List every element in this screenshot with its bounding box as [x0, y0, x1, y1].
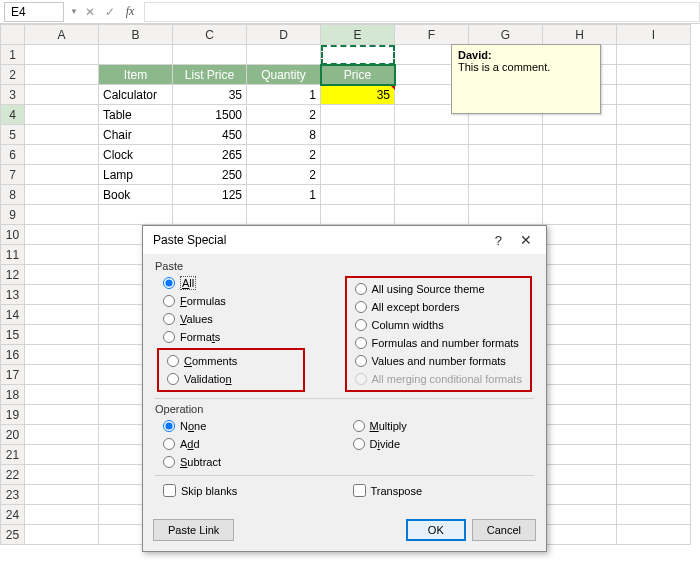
radio-values-number[interactable]: Values and number formats: [347, 352, 531, 370]
cell-I3[interactable]: [617, 85, 691, 105]
cell-E8[interactable]: [321, 185, 395, 205]
cell-B3[interactable]: Calculator: [99, 85, 173, 105]
cell-I20[interactable]: [617, 425, 691, 445]
cell-E3[interactable]: 35: [321, 85, 395, 105]
cell-H22[interactable]: [543, 465, 617, 485]
cell-D2[interactable]: Quantity: [247, 65, 321, 85]
row-header-14[interactable]: 14: [1, 305, 25, 325]
cell-I6[interactable]: [617, 145, 691, 165]
cell-A22[interactable]: [25, 465, 99, 485]
row-header-5[interactable]: 5: [1, 125, 25, 145]
cell-D9[interactable]: [247, 205, 321, 225]
cell-A3[interactable]: [25, 85, 99, 105]
cell-H5[interactable]: [543, 125, 617, 145]
row-header-2[interactable]: 2: [1, 65, 25, 85]
check-skip-blanks[interactable]: Skip blanks: [155, 484, 345, 497]
radio-add[interactable]: Add: [155, 435, 345, 453]
cell-I22[interactable]: [617, 465, 691, 485]
col-header-C[interactable]: C: [173, 25, 247, 45]
ok-button[interactable]: OK: [406, 519, 466, 541]
cell-E4[interactable]: [321, 105, 395, 125]
cell-H25[interactable]: [543, 525, 617, 545]
cell-H14[interactable]: [543, 305, 617, 325]
radio-comments[interactable]: Comments: [159, 352, 303, 370]
cell-F8[interactable]: [395, 185, 469, 205]
row-header-17[interactable]: 17: [1, 365, 25, 385]
cell-I19[interactable]: [617, 405, 691, 425]
paste-link-button[interactable]: Paste Link: [153, 519, 234, 541]
cell-H10[interactable]: [543, 225, 617, 245]
radio-formulas-number[interactable]: Formulas and number formats: [347, 334, 531, 352]
cell-H8[interactable]: [543, 185, 617, 205]
cell-H21[interactable]: [543, 445, 617, 465]
row-header-1[interactable]: 1: [1, 45, 25, 65]
cell-B2[interactable]: Item: [99, 65, 173, 85]
help-icon[interactable]: ?: [495, 233, 502, 248]
cell-A24[interactable]: [25, 505, 99, 525]
row-header-22[interactable]: 22: [1, 465, 25, 485]
dialog-titlebar[interactable]: Paste Special ? ✕: [143, 226, 546, 254]
select-all-corner[interactable]: [1, 25, 25, 45]
cell-F5[interactable]: [395, 125, 469, 145]
cell-D1[interactable]: [247, 45, 321, 65]
cell-G8[interactable]: [469, 185, 543, 205]
col-header-A[interactable]: A: [25, 25, 99, 45]
row-header-21[interactable]: 21: [1, 445, 25, 465]
cell-A23[interactable]: [25, 485, 99, 505]
cell-A8[interactable]: [25, 185, 99, 205]
row-header-16[interactable]: 16: [1, 345, 25, 365]
cell-I25[interactable]: [617, 525, 691, 545]
cell-A7[interactable]: [25, 165, 99, 185]
cell-A20[interactable]: [25, 425, 99, 445]
radio-validation[interactable]: Validation: [159, 370, 303, 388]
cell-I7[interactable]: [617, 165, 691, 185]
cell-A12[interactable]: [25, 265, 99, 285]
cell-I5[interactable]: [617, 125, 691, 145]
row-header-8[interactable]: 8: [1, 185, 25, 205]
cell-D4[interactable]: 2: [247, 105, 321, 125]
cell-I15[interactable]: [617, 325, 691, 345]
cell-H7[interactable]: [543, 165, 617, 185]
cell-G5[interactable]: [469, 125, 543, 145]
cell-B7[interactable]: Lamp: [99, 165, 173, 185]
cell-A5[interactable]: [25, 125, 99, 145]
cell-I24[interactable]: [617, 505, 691, 525]
radio-except-borders[interactable]: All except borders: [347, 298, 531, 316]
cell-A4[interactable]: [25, 105, 99, 125]
cell-C6[interactable]: 265: [173, 145, 247, 165]
cell-E7[interactable]: [321, 165, 395, 185]
cell-A17[interactable]: [25, 365, 99, 385]
cell-H24[interactable]: [543, 505, 617, 525]
cell-D7[interactable]: 2: [247, 165, 321, 185]
cell-F6[interactable]: [395, 145, 469, 165]
cell-G7[interactable]: [469, 165, 543, 185]
cell-I13[interactable]: [617, 285, 691, 305]
radio-formats[interactable]: Formats: [155, 328, 345, 346]
cell-I2[interactable]: [617, 65, 691, 85]
cell-A1[interactable]: [25, 45, 99, 65]
cell-I12[interactable]: [617, 265, 691, 285]
cell-A2[interactable]: [25, 65, 99, 85]
cell-H20[interactable]: [543, 425, 617, 445]
cell-I1[interactable]: [617, 45, 691, 65]
cell-C8[interactable]: 125: [173, 185, 247, 205]
cell-A14[interactable]: [25, 305, 99, 325]
row-header-3[interactable]: 3: [1, 85, 25, 105]
row-header-20[interactable]: 20: [1, 425, 25, 445]
cell-I16[interactable]: [617, 345, 691, 365]
cell-H13[interactable]: [543, 285, 617, 305]
col-header-G[interactable]: G: [469, 25, 543, 45]
cell-H17[interactable]: [543, 365, 617, 385]
row-header-19[interactable]: 19: [1, 405, 25, 425]
cell-I18[interactable]: [617, 385, 691, 405]
cell-B5[interactable]: Chair: [99, 125, 173, 145]
cell-A11[interactable]: [25, 245, 99, 265]
radio-subtract[interactable]: Subtract: [155, 453, 345, 471]
col-header-I[interactable]: I: [617, 25, 691, 45]
cell-C4[interactable]: 1500: [173, 105, 247, 125]
radio-multiply[interactable]: Multiply: [345, 417, 535, 435]
close-icon[interactable]: ✕: [514, 232, 538, 248]
cell-A19[interactable]: [25, 405, 99, 425]
cell-H11[interactable]: [543, 245, 617, 265]
cell-I21[interactable]: [617, 445, 691, 465]
